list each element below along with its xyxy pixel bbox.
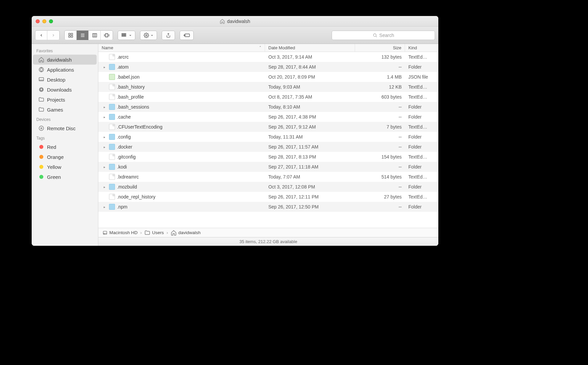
zoom-button[interactable] — [49, 19, 53, 23]
column-label: Name — [102, 45, 113, 50]
file-kind: Folder — [405, 204, 438, 209]
file-date: Oct 3, 2017, 12:08 PM — [265, 184, 355, 189]
sidebar-item-orange[interactable]: Orange — [33, 152, 97, 162]
file-kind: TextEd… — [405, 194, 438, 199]
column-header-size[interactable]: Size — [355, 44, 405, 52]
sidebar-item-downloads[interactable]: Downloads — [33, 85, 97, 95]
search-input[interactable]: Search — [332, 31, 435, 40]
list-view-button[interactable] — [77, 31, 89, 40]
sidebar-item-red[interactable]: Red — [33, 142, 97, 152]
file-row[interactable]: ▸.kodiSep 27, 2017, 11:18 AM--Folder — [98, 162, 438, 172]
path-label: Macintosh HD — [109, 230, 138, 235]
file-date: Sep 26, 2017, 11:57 AM — [265, 144, 355, 150]
file-row[interactable]: .babel.jsonOct 20, 2017, 8:09 PM1.4 MBJS… — [98, 72, 438, 82]
file-size: 7 bytes — [355, 124, 405, 130]
path-segment[interactable]: Users — [144, 230, 164, 236]
disclosure-triangle-icon[interactable]: ▸ — [102, 105, 107, 109]
file-row[interactable]: ▸.cacheSep 26, 2017, 4:38 PM--Folder — [98, 112, 438, 122]
sidebar-item-applications[interactable]: Applications — [33, 65, 97, 75]
folder-icon — [109, 184, 115, 190]
back-button[interactable] — [35, 31, 47, 40]
file-date: Today, 8:10 AM — [265, 104, 355, 110]
apps-icon — [38, 67, 44, 73]
sidebar-item-projects[interactable]: Projects — [33, 95, 97, 105]
view-mode-buttons — [64, 30, 113, 40]
file-size: -- — [355, 134, 405, 140]
column-view-button[interactable] — [89, 31, 101, 40]
svg-line-23 — [376, 36, 377, 37]
list-icon — [80, 33, 85, 38]
file-date: Today, 7:07 AM — [265, 174, 355, 180]
disclosure-triangle-icon[interactable]: ▸ — [102, 185, 107, 189]
sidebar-item-desktop[interactable]: Desktop — [33, 75, 97, 85]
file-row[interactable]: ▸.configToday, 11:31 AM--Folder — [98, 132, 438, 142]
file-name: .bash_profile — [117, 94, 144, 100]
file-name: .kodi — [117, 164, 127, 170]
disclosure-triangle-icon[interactable]: ▸ — [102, 205, 107, 209]
file-row[interactable]: .bash_profileOct 8, 2017, 7:35 AM603 byt… — [98, 92, 438, 102]
arrange-button[interactable] — [118, 31, 135, 40]
file-kind: TextEd… — [405, 54, 438, 60]
file-row[interactable]: .arcrcOct 3, 2017, 9:14 AM132 bytesTextE… — [98, 52, 438, 62]
disclosure-triangle-icon[interactable]: ▸ — [102, 115, 107, 119]
gallery-view-button[interactable] — [101, 31, 113, 40]
svg-rect-1 — [71, 33, 73, 35]
close-button[interactable] — [36, 19, 40, 23]
minimize-button[interactable] — [42, 19, 46, 23]
tags-button[interactable] — [180, 31, 194, 40]
disclosure-triangle-icon[interactable]: ▸ — [102, 65, 107, 69]
svg-point-19 — [146, 35, 147, 36]
sidebar-item-games[interactable]: Games — [33, 105, 97, 115]
sidebar-item-label: Red — [47, 144, 56, 150]
sidebar-item-davidwalsh[interactable]: davidwalsh — [33, 55, 97, 65]
disclosure-triangle-icon[interactable]: ▸ — [102, 145, 107, 149]
file-date: Sep 28, 2017, 8:44 AM — [265, 64, 355, 70]
path-bar: Macintosh HD›Users›davidwalsh — [98, 228, 438, 237]
path-segment[interactable]: Macintosh HD — [102, 230, 138, 235]
nav-buttons — [35, 30, 60, 40]
column-header-date[interactable]: Date Modified — [265, 44, 355, 52]
path-segment[interactable]: davidwalsh — [171, 230, 201, 236]
forward-button[interactable] — [47, 31, 59, 40]
column-header-name[interactable]: Name ˄ — [98, 44, 265, 52]
file-row[interactable]: .CFUserTextEncodingSep 26, 2017, 9:12 AM… — [98, 122, 438, 132]
file-size: -- — [355, 104, 405, 110]
sidebar-item-yellow[interactable]: Yellow — [33, 162, 97, 172]
svg-rect-16 — [122, 35, 123, 36]
column-header-kind[interactable]: Kind — [405, 44, 438, 52]
file-name: .node_repl_history — [117, 194, 155, 199]
chevron-down-icon — [129, 34, 132, 37]
file-name: .mozbuild — [117, 184, 137, 189]
file-row[interactable]: .gitconfigSep 28, 2017, 8:13 PM154 bytes… — [98, 152, 438, 162]
share-button[interactable] — [162, 31, 175, 40]
icon-view-button[interactable] — [65, 31, 77, 40]
file-row[interactable]: ▸.dockerSep 26, 2017, 11:57 AM--Folder — [98, 142, 438, 152]
file-size: -- — [355, 204, 405, 209]
file-name: .atom — [117, 64, 129, 70]
sidebar-item-label: Downloads — [47, 87, 72, 93]
sidebar-heading: Tags — [32, 133, 98, 142]
sidebar-heading: Devices — [32, 115, 98, 123]
titlebar[interactable]: davidwalsh — [32, 16, 438, 27]
file-date: Oct 8, 2017, 7:35 AM — [265, 94, 355, 100]
file-row[interactable]: ▸.npmSep 26, 2017, 12:50 PM--Folder — [98, 202, 438, 212]
file-icon — [109, 54, 115, 60]
file-row[interactable]: ▸.atomSep 28, 2017, 8:44 AM--Folder — [98, 62, 438, 72]
svg-rect-2 — [69, 36, 70, 37]
file-date: Oct 3, 2017, 9:14 AM — [265, 54, 355, 60]
svg-point-29 — [41, 128, 42, 129]
action-button[interactable] — [140, 31, 157, 40]
file-row[interactable]: ▸.mozbuildOct 3, 2017, 12:08 PM--Folder — [98, 182, 438, 192]
disclosure-triangle-icon[interactable]: ▸ — [102, 165, 107, 169]
file-list-area: Name ˄ Date Modified Size Kind .arcrcOct… — [98, 44, 438, 246]
file-row[interactable]: .bash_historyToday, 9:03 AM12 KBTextEd… — [98, 82, 438, 92]
sidebar-item-green[interactable]: Green — [33, 172, 97, 182]
sidebar-item-remote-disc[interactable]: Remote Disc — [33, 123, 97, 133]
file-row[interactable]: .node_repl_historySep 26, 2017, 12:11 PM… — [98, 192, 438, 202]
file-kind: TextEd… — [405, 84, 438, 90]
gear-icon — [144, 33, 149, 38]
file-row[interactable]: ▸.bash_sessionsToday, 8:10 AM--Folder — [98, 102, 438, 112]
file-row[interactable]: .lxdreamrcToday, 7:07 AM514 bytesTextEd… — [98, 172, 438, 182]
search-placeholder: Search — [379, 33, 394, 38]
disclosure-triangle-icon[interactable]: ▸ — [102, 135, 107, 139]
